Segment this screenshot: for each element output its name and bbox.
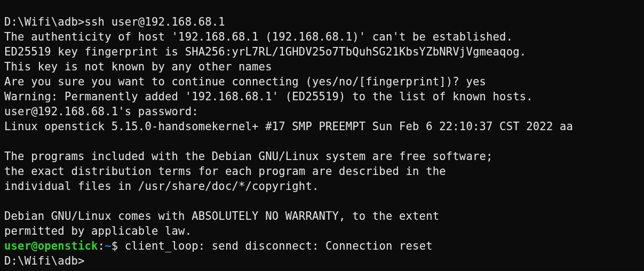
remote-prompt-userhost: user@openstick xyxy=(4,240,98,252)
local-prompt: D:\Wifi\adb> xyxy=(4,15,85,28)
terminal-output[interactable]: D:\Wifi\adb>ssh user@192.168.68.1 The au… xyxy=(0,11,644,268)
remote-prompt-colon: : xyxy=(98,240,105,252)
remote-prompt-path: ~ xyxy=(105,240,112,252)
output-line: individual files in /usr/share/doc/*/cop… xyxy=(4,180,319,193)
output-line: Warning: Permanently added '192.168.68.1… xyxy=(4,90,533,103)
output-line: The authenticity of host '192.168.68.1 (… xyxy=(4,30,513,43)
ssh-command: ssh user@192.168.68.1 xyxy=(85,15,225,28)
output-line: This key is not known by any other names xyxy=(4,60,272,73)
output-line: Debian GNU/Linux comes with ABSOLUTELY N… xyxy=(4,210,439,222)
disconnect-message: client_loop: send disconnect: Connection… xyxy=(125,240,433,252)
remote-prompt-dollar: $ xyxy=(112,240,125,252)
output-line: user@192.168.68.1's password: xyxy=(4,105,198,118)
output-line: Are you sure you want to continue connec… xyxy=(4,75,486,88)
output-line: ED25519 key fingerprint is SHA256:yrL7RL… xyxy=(4,45,526,58)
output-line: the exact distribution terms for each pr… xyxy=(4,165,446,178)
local-prompt: D:\Wifi\adb> xyxy=(4,254,85,267)
output-line: permitted by applicable law. xyxy=(4,225,192,237)
output-line: Linux openstick 5.15.0-handsomekernel+ #… xyxy=(4,120,573,133)
output-line: The programs included with the Debian GN… xyxy=(4,150,493,163)
